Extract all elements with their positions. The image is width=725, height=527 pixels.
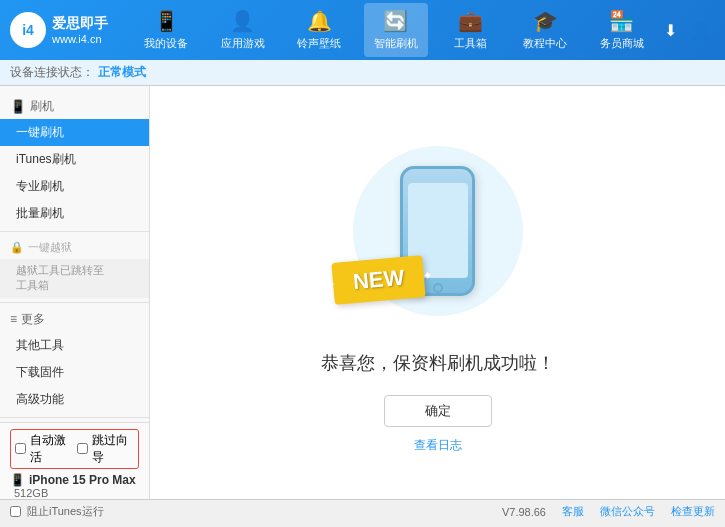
footer: 阻止iTunes运行 V7.98.66 客服 微信公众号 检查更新 [0, 499, 725, 523]
header-actions: ⬇ 👤 [660, 17, 715, 44]
device-name-row: 📱 iPhone 15 Pro Max [10, 473, 139, 487]
new-text: NEW [351, 265, 404, 294]
device-name-text: iPhone 15 Pro Max [29, 473, 136, 487]
header: i4 爱思即手 www.i4.cn 📱 我的设备 👤 应用游戏 🔔 铃声壁纸 🔄… [0, 0, 725, 60]
more-label: 更多 [21, 311, 45, 328]
device-storage: 512GB [10, 487, 139, 499]
business-icon: 🏪 [609, 9, 634, 33]
more-icon: ≡ [10, 312, 17, 326]
sidebar-divider-2 [0, 302, 149, 303]
skip-guide-label: 跳过向导 [92, 432, 135, 466]
device-icon: 📱 [10, 473, 25, 487]
footer-check-update[interactable]: 检查更新 [671, 504, 715, 519]
flash-section: 📱 刷机 一键刷机 iTunes刷机 专业刷机 批量刷机 [0, 94, 149, 227]
my-device-icon: 📱 [154, 9, 179, 33]
nav-apps-games[interactable]: 👤 应用游戏 [211, 3, 275, 57]
new-star-left: ✦ [324, 277, 335, 292]
apps-games-label: 应用游戏 [221, 36, 265, 51]
nav-tutorial[interactable]: 🎓 教程中心 [513, 3, 577, 57]
nav-ringtones[interactable]: 🔔 铃声壁纸 [287, 3, 351, 57]
sparkle-topleft: ✦ [368, 151, 380, 167]
user-btn[interactable]: 👤 [687, 17, 715, 44]
sidebar-item-other-tools[interactable]: 其他工具 [0, 332, 149, 359]
new-star-right: ✦ [421, 268, 432, 283]
sidebar: 📱 刷机 一键刷机 iTunes刷机 专业刷机 批量刷机 🔒 一键越狱 越狱工具… [0, 86, 150, 499]
main-layout: 📱 刷机 一键刷机 iTunes刷机 专业刷机 批量刷机 🔒 一键越狱 越狱工具… [0, 86, 725, 499]
nav-smart-flash[interactable]: 🔄 智能刷机 [364, 3, 428, 57]
more-section-header: ≡ 更多 [0, 307, 149, 332]
ringtones-label: 铃声壁纸 [297, 36, 341, 51]
logo-icon: i4 [10, 12, 46, 48]
tutorial-icon: 🎓 [533, 9, 558, 33]
auto-activate-label: 自动激活 [30, 432, 73, 466]
status-bar: 设备连接状态： 正常模式 [0, 60, 725, 86]
disabled-label: 一键越狱 [28, 240, 72, 255]
toolbox-label: 工具箱 [454, 36, 487, 51]
ringtones-icon: 🔔 [307, 9, 332, 33]
phone-home-button [433, 283, 443, 293]
brand-url: www.i4.cn [52, 32, 108, 46]
apps-games-icon: 👤 [230, 9, 255, 33]
sidebar-divider-3 [0, 417, 149, 418]
version-label: V7.98.66 [502, 506, 546, 518]
status-value: 正常模式 [98, 64, 146, 81]
logo: i4 爱思即手 www.i4.cn [10, 12, 108, 48]
sidebar-item-download-firmware[interactable]: 下载固件 [0, 359, 149, 386]
toolbox-icon: 💼 [458, 9, 483, 33]
logo-text: 爱思即手 www.i4.cn [52, 14, 108, 46]
flash-section-label: 刷机 [30, 98, 54, 115]
device-options-row: 自动激活 跳过向导 [10, 429, 139, 469]
footer-customer-service[interactable]: 客服 [562, 504, 584, 519]
smart-flash-icon: 🔄 [383, 9, 408, 33]
my-device-label: 我的设备 [144, 36, 188, 51]
stop-itunes-label: 阻止iTunes运行 [27, 504, 104, 519]
sidebar-item-pro-flash[interactable]: 专业刷机 [0, 173, 149, 200]
brand-name: 爱思即手 [52, 14, 108, 32]
sidebar-item-advanced[interactable]: 高级功能 [0, 386, 149, 413]
nav-toolbox[interactable]: 💼 工具箱 [441, 3, 501, 57]
sidebar-divider-1 [0, 231, 149, 232]
flash-section-icon: 📱 [10, 99, 26, 114]
tutorial-label: 教程中心 [523, 36, 567, 51]
footer-right: V7.98.66 客服 微信公众号 检查更新 [502, 504, 715, 519]
sparkle-topright: ✦ [486, 146, 498, 162]
lock-icon: 🔒 [10, 241, 24, 254]
sidebar-item-itunes-flash[interactable]: iTunes刷机 [0, 146, 149, 173]
confirm-button[interactable]: 确定 [384, 395, 492, 427]
footer-wechat[interactable]: 微信公众号 [600, 504, 655, 519]
flash-section-header: 📱 刷机 [0, 94, 149, 119]
success-message: 恭喜您，保资料刷机成功啦！ [321, 351, 555, 375]
smart-flash-label: 智能刷机 [374, 36, 418, 51]
disabled-note: 越狱工具已跳转至工具箱 [0, 259, 149, 298]
log-link[interactable]: 查看日志 [414, 437, 462, 454]
download-btn[interactable]: ⬇ [660, 17, 681, 44]
sidebar-item-batch-flash[interactable]: 批量刷机 [0, 200, 149, 227]
business-label: 务员商城 [600, 36, 644, 51]
device-panel: 自动激活 跳过向导 📱 iPhone 15 Pro Max 512GB iPho… [0, 422, 149, 499]
stop-itunes-checkbox[interactable] [10, 506, 21, 517]
content-area: ✦ ✦ ✦ NEW ✦ 恭喜您，保资料刷机成功啦！ 确定 查看日志 [150, 86, 725, 499]
sidebar-item-one-click-flash[interactable]: 一键刷机 [0, 119, 149, 146]
new-banner: ✦ NEW ✦ [331, 255, 426, 305]
auto-activate-checkbox[interactable] [15, 443, 26, 454]
disabled-jailbreak-section: 🔒 一键越狱 [0, 236, 149, 259]
nav-items: 📱 我的设备 👤 应用游戏 🔔 铃声壁纸 🔄 智能刷机 💼 工具箱 🎓 教程中心… [128, 3, 660, 57]
phone-illustration: ✦ ✦ ✦ NEW ✦ [348, 131, 528, 331]
footer-left: 阻止iTunes运行 [10, 504, 104, 519]
nav-business[interactable]: 🏪 务员商城 [590, 3, 654, 57]
skip-guide-checkbox[interactable] [77, 443, 88, 454]
nav-my-device[interactable]: 📱 我的设备 [134, 3, 198, 57]
status-prefix: 设备连接状态： [10, 64, 94, 81]
